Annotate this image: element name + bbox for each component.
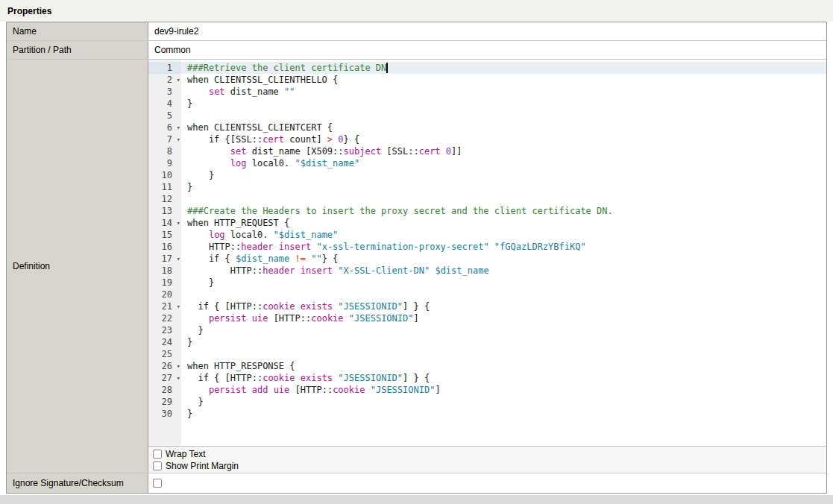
fold-arrow-icon[interactable]: ▾ [177, 218, 180, 227]
code-line [187, 289, 826, 300]
page-footer [0, 495, 833, 504]
ignore-signature-row: Ignore Signature/Checksum [7, 473, 826, 493]
code-line: log local0. "$dist_name" [187, 157, 826, 169]
code-line: persist add uie [HTTP::cookie "JSESSIONI… [187, 384, 826, 396]
fold-arrow-icon[interactable]: ▾ [177, 374, 180, 382]
gutter-line-number: 25 [148, 348, 181, 360]
gutter-line-number: 10 [148, 169, 181, 181]
definition-row-label: Definition [7, 60, 148, 473]
gutter-line-number: 20 [148, 289, 181, 300]
code-line: } [187, 277, 826, 289]
gutter-line-number: 29 [148, 396, 181, 408]
code-line: ###Create the Headers to insert the prox… [187, 205, 826, 217]
code-editor[interactable]: 12▾3456▾7▾891011121314▾151617▾18192021▾2… [148, 60, 826, 446]
gutter-line-number: 19 [148, 277, 181, 289]
code-line: } [187, 98, 826, 110]
gutter-line-number: 9 [148, 157, 181, 169]
name-row: Name dev9-irule2 [7, 22, 826, 41]
partition-row-label: Partition / Path [7, 41, 148, 59]
partition-value: Common [148, 41, 826, 59]
code-line: set dist_name [X509::subject [SSL::cert … [187, 145, 826, 157]
code-line: when CLIENTSSL_CLIENTCERT { [187, 122, 826, 133]
properties-table: Name dev9-irule2 Partition / Path Common… [6, 22, 827, 494]
code-line [187, 110, 826, 122]
show-print-margin-label: Show Print Margin [166, 461, 239, 471]
gutter-line-number: 18 [148, 265, 181, 277]
fold-arrow-icon[interactable]: ▾ [177, 302, 180, 311]
code-line: if {[SSL::cert count] > 0} { [187, 133, 826, 145]
ignore-signature-checkbox[interactable] [153, 479, 162, 488]
name-row-label: Name [7, 22, 148, 40]
page-header: Properties [0, 0, 833, 22]
fold-arrow-icon[interactable]: ▾ [177, 362, 180, 371]
code-line: } [187, 324, 826, 336]
code-line: if { $dist_name != ""} { [187, 253, 826, 265]
show-print-margin-option: Show Print Margin [153, 460, 826, 472]
gutter-line-number: 16 [148, 241, 181, 253]
gutter-line-number: 23 [148, 324, 181, 336]
gutter-line-number: 2▾ [148, 74, 181, 86]
gutter-line-number: 7▾ [148, 133, 181, 145]
gutter-line-number: 30 [148, 408, 181, 420]
gutter-line-number: 14▾ [148, 217, 181, 229]
gutter-line-number: 12 [148, 193, 181, 205]
code-line: ###Retrieve the client certificate DN [181, 62, 826, 74]
gutter-line-number: 21▾ [148, 300, 181, 312]
editor-gutter: 12▾3456▾7▾891011121314▾151617▾18192021▾2… [148, 60, 181, 446]
definition-cell: 12▾3456▾7▾891011121314▾151617▾18192021▾2… [148, 60, 826, 473]
code-line: } [187, 408, 826, 420]
wrap-text-label: Wrap Text [166, 449, 206, 459]
code-line: when CLIENTSSL_CLIENTHELLO { [187, 74, 826, 86]
code-line: } [187, 181, 826, 193]
code-line: } [187, 396, 826, 408]
properties-page: Properties Name dev9-irule2 Partition / … [0, 0, 833, 22]
text-cursor [386, 63, 388, 73]
code-line: if { [HTTP::cookie exists "JSESSIONID"] … [187, 372, 826, 384]
gutter-line-number: 17▾ [148, 253, 181, 265]
gutter-line-number: 8 [148, 145, 181, 157]
code-line: } [187, 336, 826, 348]
name-value: dev9-irule2 [148, 22, 826, 40]
code-line: when HTTP_REQUEST { [187, 217, 826, 229]
code-line: HTTP::header insert "x-ssl-termination-p… [187, 241, 826, 253]
code-line [187, 193, 826, 205]
code-line [187, 348, 826, 360]
gutter-line-number: 11 [148, 181, 181, 193]
code-line: if { [HTTP::cookie exists "JSESSIONID"] … [187, 300, 826, 312]
gutter-line-number: 13 [148, 205, 181, 217]
gutter-line-number: 3 [148, 86, 181, 98]
gutter-line-number: 28 [148, 384, 181, 396]
code-line: log local0. "$dist_name" [187, 229, 826, 241]
fold-arrow-icon[interactable]: ▾ [177, 254, 180, 263]
wrap-text-option: Wrap Text [153, 448, 826, 460]
editor-code[interactable]: ###Retrieve the client certificate DNwhe… [181, 60, 826, 446]
gutter-line-number: 1 [148, 62, 181, 74]
gutter-line-number: 22 [148, 312, 181, 324]
page-title: Properties [7, 6, 51, 16]
gutter-line-number: 4 [148, 98, 181, 110]
ignore-signature-row-label: Ignore Signature/Checksum [7, 473, 148, 493]
code-line: HTTP::header insert "X-SSL-Client-DN" $d… [187, 265, 826, 277]
gutter-line-number: 5 [148, 110, 181, 122]
gutter-line-number: 26▾ [148, 360, 181, 372]
gutter-line-number: 24 [148, 336, 181, 348]
gutter-line-number: 6▾ [148, 122, 181, 133]
fold-arrow-icon[interactable]: ▾ [177, 123, 180, 132]
code-line: persist uie [HTTP::cookie "JSESSIONID"] [187, 312, 826, 324]
code-line: } [187, 169, 826, 181]
fold-arrow-icon[interactable]: ▾ [177, 75, 180, 84]
editor-options: Wrap Text Show Print Margin [148, 446, 826, 473]
gutter-line-number: 15 [148, 229, 181, 241]
ignore-signature-cell [148, 473, 826, 493]
definition-row: Definition 12▾3456▾7▾891011121314▾151617… [7, 60, 826, 473]
code-line: set dist_name "" [187, 86, 826, 98]
code-line: when HTTP_RESPONSE { [187, 360, 826, 372]
show-print-margin-checkbox[interactable] [153, 462, 162, 470]
partition-row: Partition / Path Common [7, 41, 826, 60]
wrap-text-checkbox[interactable] [153, 450, 162, 459]
fold-arrow-icon[interactable]: ▾ [177, 135, 180, 144]
gutter-line-number: 27▾ [148, 372, 181, 384]
